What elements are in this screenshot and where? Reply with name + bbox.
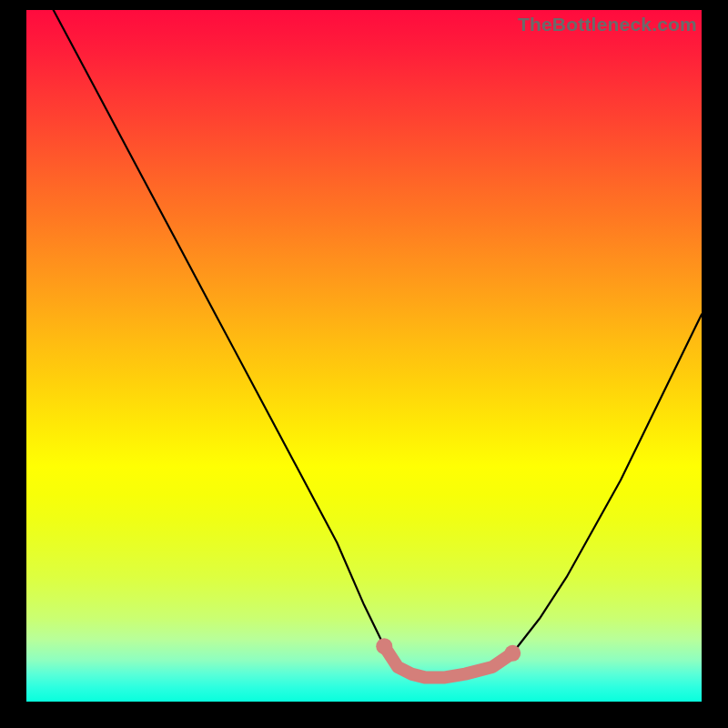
svg-point-1: [504, 645, 521, 662]
curve-line: [54, 10, 702, 677]
chart-frame: TheBottleneck.com: [0, 0, 728, 728]
optimum-band: [376, 638, 521, 677]
chart-svg: [26, 10, 702, 702]
svg-point-0: [376, 638, 392, 654]
